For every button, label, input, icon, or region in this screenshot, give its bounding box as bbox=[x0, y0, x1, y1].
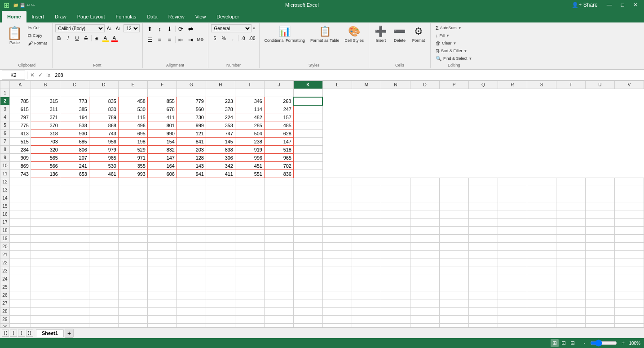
cell-K13[interactable] bbox=[293, 186, 322, 194]
cell-R21[interactable] bbox=[498, 251, 527, 259]
cell-V15[interactable] bbox=[614, 202, 644, 210]
zoom-slider[interactable] bbox=[590, 339, 617, 347]
cell-P15[interactable] bbox=[439, 202, 468, 210]
increase-decimal-button[interactable]: .00 bbox=[248, 34, 256, 42]
cell-S12[interactable] bbox=[527, 178, 556, 186]
cell-G4[interactable]: 730 bbox=[176, 113, 206, 121]
cell-C5[interactable]: 538 bbox=[60, 121, 89, 129]
cell-P28[interactable] bbox=[439, 308, 468, 316]
row-header-22[interactable]: 22 bbox=[0, 259, 10, 267]
underline-button[interactable]: U bbox=[73, 34, 81, 42]
cell-B24[interactable] bbox=[31, 275, 60, 283]
decrease-decimal-button[interactable]: .0 bbox=[239, 34, 247, 42]
minimize-button[interactable]: — bbox=[604, 2, 615, 8]
cell-H29[interactable] bbox=[206, 316, 235, 324]
cell-C22[interactable] bbox=[60, 259, 89, 267]
cell-I15[interactable] bbox=[235, 202, 264, 210]
cell-P18[interactable] bbox=[439, 227, 468, 235]
cell-L22[interactable] bbox=[322, 259, 352, 267]
cell-M26[interactable] bbox=[352, 291, 381, 299]
cell-F5[interactable]: 801 bbox=[147, 121, 176, 129]
page-layout-view-button[interactable]: ⊡ bbox=[560, 339, 568, 347]
cell-R27[interactable] bbox=[498, 299, 527, 308]
cell-L12[interactable] bbox=[322, 178, 352, 186]
cell-M25[interactable] bbox=[352, 283, 381, 291]
cell-L13[interactable] bbox=[322, 186, 352, 194]
cell-J30[interactable] bbox=[264, 324, 293, 328]
col-header-n[interactable]: N bbox=[381, 81, 410, 89]
format-as-table-button[interactable]: 📋 Format as Table bbox=[308, 24, 341, 48]
cell-I22[interactable] bbox=[235, 259, 264, 267]
cell-C21[interactable] bbox=[60, 251, 89, 259]
cell-P24[interactable] bbox=[439, 275, 468, 283]
cell-K23[interactable] bbox=[293, 267, 322, 275]
cell-I28[interactable] bbox=[235, 308, 264, 316]
row-header-3[interactable]: 3 bbox=[0, 105, 10, 113]
cell-S30[interactable] bbox=[527, 324, 556, 328]
align-bottom-button[interactable]: ⬇ bbox=[165, 24, 174, 33]
cell-G28[interactable] bbox=[176, 308, 206, 316]
zoom-in-button[interactable]: + bbox=[619, 339, 627, 347]
col-header-v[interactable]: V bbox=[614, 81, 644, 89]
col-header-b[interactable]: B bbox=[31, 81, 60, 89]
tab-insert[interactable]: Insert bbox=[26, 11, 50, 22]
cell-J15[interactable] bbox=[264, 202, 293, 210]
cell-K17[interactable] bbox=[293, 219, 322, 227]
cell-T12[interactable] bbox=[556, 178, 585, 186]
cell-B14[interactable] bbox=[31, 194, 60, 202]
cell-E23[interactable] bbox=[118, 267, 147, 275]
cell-L18[interactable] bbox=[322, 227, 352, 235]
cell-R30[interactable] bbox=[498, 324, 527, 328]
cell-A9[interactable]: 909 bbox=[9, 154, 31, 162]
cell-K8[interactable] bbox=[293, 146, 322, 154]
row-header-12[interactable]: 12 bbox=[0, 178, 10, 186]
cell-A12[interactable] bbox=[9, 178, 31, 186]
cell-F24[interactable] bbox=[147, 275, 176, 283]
cell-D29[interactable] bbox=[89, 316, 118, 324]
cell-F9[interactable]: 147 bbox=[147, 154, 176, 162]
cell-V28[interactable] bbox=[614, 308, 644, 316]
cell-C3[interactable]: 385 bbox=[60, 105, 89, 113]
cell-R17[interactable] bbox=[498, 219, 527, 227]
cell-S19[interactable] bbox=[527, 235, 556, 243]
cell-O29[interactable] bbox=[410, 316, 439, 324]
cell-V23[interactable] bbox=[614, 267, 644, 275]
cell-H23[interactable] bbox=[206, 267, 235, 275]
add-sheet-button[interactable]: + bbox=[65, 329, 74, 338]
cell-B30[interactable] bbox=[31, 324, 60, 328]
cell-D21[interactable] bbox=[89, 251, 118, 259]
cell-G20[interactable] bbox=[176, 243, 206, 251]
cell-I8[interactable]: 919 bbox=[235, 146, 264, 154]
cell-J2[interactable]: 268 bbox=[264, 97, 293, 105]
cell-E6[interactable]: 695 bbox=[118, 129, 147, 138]
cell-J1[interactable] bbox=[264, 89, 293, 97]
cell-E13[interactable] bbox=[118, 186, 147, 194]
cell-D4[interactable]: 789 bbox=[89, 113, 118, 121]
cell-H19[interactable] bbox=[206, 235, 235, 243]
cell-G12[interactable] bbox=[176, 178, 206, 186]
sheet-nav-first[interactable]: ⟨⟨ bbox=[2, 330, 9, 337]
col-header-d[interactable]: D bbox=[89, 81, 118, 89]
col-header-o[interactable]: O bbox=[410, 81, 439, 89]
cell-J29[interactable] bbox=[264, 316, 293, 324]
col-header-h[interactable]: H bbox=[206, 81, 235, 89]
cell-H2[interactable]: 223 bbox=[206, 97, 235, 105]
cell-S21[interactable] bbox=[527, 251, 556, 259]
cell-H4[interactable]: 224 bbox=[206, 113, 235, 121]
cell-C11[interactable]: 653 bbox=[60, 170, 89, 178]
bold-button[interactable]: B bbox=[55, 34, 63, 42]
cell-P27[interactable] bbox=[439, 299, 468, 308]
cell-H20[interactable] bbox=[206, 243, 235, 251]
cell-B6[interactable]: 318 bbox=[31, 129, 60, 138]
cell-V30[interactable] bbox=[614, 324, 644, 328]
col-header-q[interactable]: Q bbox=[468, 81, 498, 89]
row-header-1[interactable]: 1 bbox=[0, 89, 10, 97]
normal-view-button[interactable]: ⊞ bbox=[551, 339, 559, 347]
align-middle-button[interactable]: ↕ bbox=[155, 24, 164, 33]
cell-D22[interactable] bbox=[89, 259, 118, 267]
cell-A17[interactable] bbox=[9, 219, 31, 227]
row-header-27[interactable]: 27 bbox=[0, 299, 10, 308]
cell-H7[interactable]: 145 bbox=[206, 138, 235, 146]
cell-E22[interactable] bbox=[118, 259, 147, 267]
cell-L30[interactable] bbox=[322, 324, 352, 328]
